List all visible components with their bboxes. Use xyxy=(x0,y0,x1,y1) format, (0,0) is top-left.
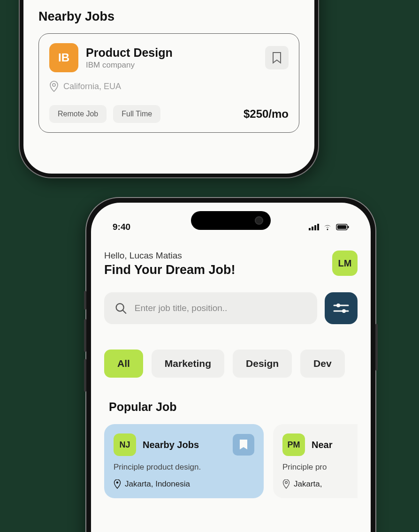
svg-point-14 xyxy=(116,481,119,484)
svg-rect-2 xyxy=(312,227,313,230)
search-icon xyxy=(114,301,127,315)
popular-jobs-row[interactable]: NJ Nearby Jobs Principle product design.… xyxy=(104,424,358,498)
svg-point-11 xyxy=(336,304,340,307)
location-pin-icon xyxy=(282,479,290,489)
tag-fulltime[interactable]: Full Time xyxy=(113,105,160,123)
popular-title: Nearby Jobs xyxy=(143,440,226,450)
svg-rect-1 xyxy=(309,228,311,230)
wifi-icon xyxy=(323,224,332,230)
phone-side-button xyxy=(84,291,86,310)
phone-top-frame: Nearby Jobs IB Product Design IBM compan… xyxy=(19,0,319,178)
search-input[interactable] xyxy=(135,303,307,313)
popular-bookmark-button[interactable] xyxy=(233,434,254,456)
phone-bottom-screen: 9:40 Hello, Lucas xyxy=(91,203,371,532)
popular-badge: PM xyxy=(282,433,305,456)
popular-card-header: NJ Nearby Jobs xyxy=(114,433,254,456)
popular-location-row: Jakarta, xyxy=(282,479,358,489)
chip-design[interactable]: Design xyxy=(233,350,292,378)
phone-bottom-frame: 9:40 Hello, Lucas xyxy=(85,197,376,532)
phone-power-button xyxy=(375,324,378,371)
svg-point-15 xyxy=(285,481,288,484)
category-chips: All Marketing Design Dev xyxy=(104,350,358,378)
popular-card-header: PM Near xyxy=(282,433,358,456)
popular-location-text: Jakarta, Indonesia xyxy=(125,479,190,489)
status-time: 9:40 xyxy=(113,222,130,232)
bookmark-filled-icon xyxy=(239,439,248,450)
greeting-row: Hello, Lucas Matias Find Your Dream Job!… xyxy=(104,251,358,277)
job-company: IBM company xyxy=(86,61,258,70)
svg-point-13 xyxy=(342,309,346,313)
nearby-job-card[interactable]: IB Product Design IBM company California… xyxy=(38,33,299,133)
sliders-icon xyxy=(333,302,349,314)
filter-button[interactable] xyxy=(325,292,358,324)
search-box[interactable] xyxy=(104,292,317,324)
company-badge: IB xyxy=(49,43,78,72)
chip-marketing[interactable]: Marketing xyxy=(152,350,224,378)
bookmark-icon xyxy=(272,52,282,64)
popular-job-heading: Popular Job xyxy=(109,400,358,414)
job-card-header: IB Product Design IBM company xyxy=(49,43,289,72)
job-title: Product Design xyxy=(86,46,258,60)
hero-title: Find Your Dream Job! xyxy=(104,263,236,277)
svg-rect-6 xyxy=(337,225,346,229)
phone-volume-up xyxy=(84,319,86,352)
popular-title: Near xyxy=(312,440,358,450)
chip-dev[interactable]: Dev xyxy=(300,350,345,378)
svg-point-0 xyxy=(53,84,55,86)
greeting-text: Hello, Lucas Matias xyxy=(104,251,236,261)
job-location-row: California, EUA xyxy=(49,81,289,92)
phone-volume-down xyxy=(84,359,86,392)
popular-job-card[interactable]: PM Near Principle pro Jakarta, xyxy=(273,424,358,498)
popular-location-row: Jakarta, Indonesia xyxy=(114,479,254,489)
tag-remote[interactable]: Remote Job xyxy=(49,105,107,123)
phone-notch xyxy=(191,211,271,230)
popular-job-card[interactable]: NJ Nearby Jobs Principle product design.… xyxy=(104,424,264,498)
job-title-block: Product Design IBM company xyxy=(86,46,258,70)
popular-badge: NJ xyxy=(114,433,136,456)
svg-line-9 xyxy=(123,310,126,313)
bookmark-button[interactable] xyxy=(265,46,289,69)
svg-rect-3 xyxy=(314,225,316,230)
location-pin-icon xyxy=(114,479,121,489)
cellular-icon xyxy=(309,224,319,230)
phone-top-screen: Nearby Jobs IB Product Design IBM compan… xyxy=(23,0,314,174)
location-pin-icon xyxy=(49,81,59,92)
avatar[interactable]: LM xyxy=(332,251,358,276)
job-footer: Remote Job Full Time $250/mo xyxy=(49,105,289,123)
status-icons xyxy=(309,224,349,230)
search-row xyxy=(104,292,358,324)
job-location-text: California, EUA xyxy=(63,82,121,91)
popular-subtitle: Principle pro xyxy=(282,463,358,472)
popular-location-text: Jakarta, xyxy=(294,479,322,489)
nearby-jobs-heading: Nearby Jobs xyxy=(38,9,299,24)
battery-icon xyxy=(336,224,349,230)
job-salary: $250/mo xyxy=(244,107,289,121)
chip-all[interactable]: All xyxy=(104,350,143,378)
svg-rect-7 xyxy=(348,226,349,228)
svg-rect-4 xyxy=(317,224,319,230)
popular-subtitle: Principle product design. xyxy=(114,463,254,472)
